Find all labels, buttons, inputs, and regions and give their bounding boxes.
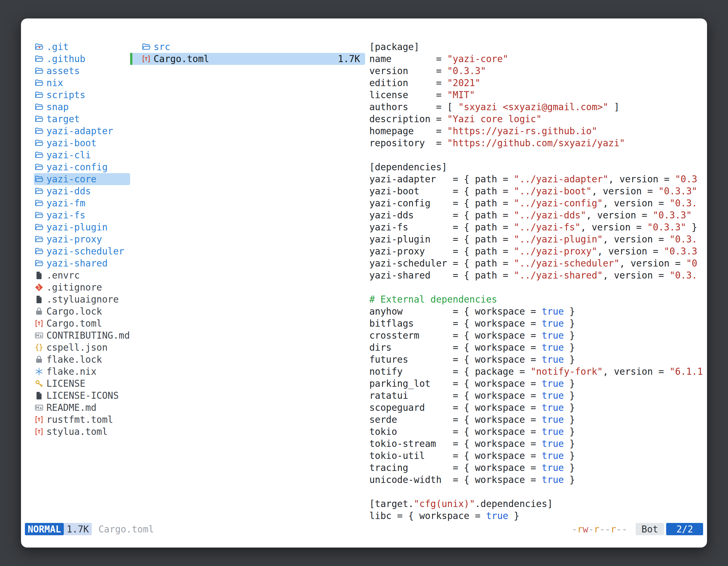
lock-icon [34, 307, 44, 316]
parent-item-yazi-core[interactable]: yazi-core [34, 173, 130, 185]
parent-item-LICENSE[interactable]: LICENSE [34, 377, 130, 389]
parent-item-cspell.json[interactable]: cspell.json [34, 341, 130, 353]
file-name: yazi-cli [46, 149, 91, 161]
parent-item-yazi-boot[interactable]: yazi-boot [34, 137, 130, 149]
toml-token: } [564, 474, 575, 485]
parent-item-assets[interactable]: assets [34, 65, 130, 77]
parent-item-flake.lock[interactable]: flake.lock [34, 353, 130, 365]
preview-line: tracing = { workspace = true } [369, 462, 703, 474]
toml-token: "../yazi-plugin" [514, 234, 603, 245]
file-name: stylua.toml [46, 426, 108, 438]
toml-token: } [564, 390, 575, 401]
parent-item-.github[interactable]: .github [34, 53, 130, 65]
parent-item-LICENSE-ICONS[interactable]: LICENSE-ICONS [34, 389, 130, 401]
parent-item-yazi-plugin[interactable]: yazi-plugin [34, 221, 130, 233]
toml-token: "MIT" [447, 90, 475, 100]
file-name: .gitignore [46, 281, 102, 293]
folder-icon [34, 211, 44, 220]
parent-item-snap[interactable]: snap [34, 101, 130, 113]
parent-item-.styluaignore[interactable]: .styluaignore [34, 293, 130, 305]
toml-token: "sxyazi <sxyazi@gmail.com>" [458, 102, 608, 112]
file-name: yazi-fm [46, 197, 85, 209]
permissions-text: -rw-r--r-- [572, 524, 627, 535]
preview-line: repository = "https://github.com/sxyazi/… [369, 137, 703, 149]
parent-item-README.md[interactable]: README.md [34, 401, 130, 414]
toml-token: name = [369, 53, 447, 64]
toml-token: } [564, 318, 575, 329]
toml-token: libc = { workspace = [369, 510, 486, 521]
parent-item-yazi-adapter[interactable]: yazi-adapter [34, 125, 130, 137]
parent-item-.git[interactable]: .git [34, 41, 130, 53]
toml-icon [34, 427, 44, 436]
toml-token: "../yazi-proxy" [514, 246, 597, 257]
parent-item-rustfmt.toml[interactable]: rustfmt.toml [34, 414, 130, 426]
toml-token: } [564, 402, 575, 413]
folder-icon [34, 187, 44, 196]
parent-item-yazi-config[interactable]: yazi-config [34, 161, 130, 173]
parent-item-yazi-proxy[interactable]: yazi-proxy [34, 233, 130, 245]
current-item-Cargo.toml[interactable]: Cargo.toml1.7K [130, 53, 365, 65]
parent-item-yazi-fs[interactable]: yazi-fs [34, 209, 130, 221]
file-name: yazi-plugin [46, 221, 108, 233]
parent-item-yazi-cli[interactable]: yazi-cli [34, 149, 130, 161]
preview-line: unicode-width = { workspace = true } [369, 474, 703, 486]
preview-line: yazi-dds = { path = "../yazi-dds", versi… [369, 209, 703, 221]
selection-marker [130, 53, 132, 65]
toml-token: , version = [581, 222, 647, 233]
preview-line: homepage = "https://yazi-rs.github.io" [369, 125, 703, 137]
parent-item-scripts[interactable]: scripts [34, 89, 130, 101]
parent-item-CONTRIBUTING.md[interactable]: CONTRIBUTING.md [34, 329, 130, 341]
toml-token: true [542, 462, 564, 473]
toml-token: tokio-util = { workspace = [369, 450, 542, 461]
parent-item-stylua.toml[interactable]: stylua.toml [34, 426, 130, 438]
parent-item-flake.nix[interactable]: flake.nix [34, 365, 130, 377]
preview-line: description = "Yazi core logic" [369, 113, 703, 125]
toml-token: , version = [592, 186, 658, 197]
preview-line: parking_lot = { workspace = true } [369, 377, 703, 389]
toml-token: scopeguard = { workspace = [369, 402, 542, 413]
current-item-src[interactable]: src [130, 41, 365, 53]
git-icon [34, 283, 44, 292]
perm-char: r [610, 524, 616, 535]
selection-marker [130, 41, 132, 53]
json-icon [34, 343, 44, 352]
status-filename: Cargo.toml [98, 524, 154, 535]
toml-token: true [486, 510, 508, 521]
parent-item-yazi-dds[interactable]: yazi-dds [34, 185, 130, 197]
parent-item-.gitignore[interactable]: .gitignore [34, 281, 130, 293]
toml-token: bitflags = { workspace = [369, 318, 542, 329]
file-name: yazi-dds [46, 185, 91, 197]
file-name: LICENSE-ICONS [46, 389, 119, 401]
preview-line: yazi-shared = { path = "../yazi-shared",… [369, 269, 703, 281]
file-icon [34, 391, 44, 400]
file-name: snap [46, 101, 69, 113]
folder-icon [34, 139, 44, 148]
parent-item-.envrc[interactable]: .envrc [34, 269, 130, 281]
toml-token: true [542, 426, 564, 437]
preview-pane: [package]name = "yazi-core"version = "0.… [369, 41, 703, 522]
folder-icon [34, 90, 44, 100]
parent-item-Cargo.toml[interactable]: Cargo.toml [34, 317, 130, 329]
preview-line [369, 486, 703, 498]
file-name: CONTRIBUTING.md [46, 329, 130, 341]
toml-token: tracing = { workspace = [369, 462, 542, 473]
toml-token: futures = { workspace = [369, 354, 542, 365]
toml-token: yazi-scheduler = { path = [369, 258, 514, 269]
file-icon [34, 295, 44, 304]
toml-token: anyhow = { workspace = [369, 306, 542, 317]
perm-char: - [605, 524, 610, 535]
perm-char: - [599, 524, 605, 535]
toml-token: , version = [586, 210, 653, 221]
parent-item-yazi-scheduler[interactable]: yazi-scheduler [34, 245, 130, 257]
parent-item-yazi-shared[interactable]: yazi-shared [34, 257, 130, 269]
toml-token: "https://github.com/sxyazi/yazi" [447, 138, 625, 149]
parent-item-nix[interactable]: nix [34, 77, 130, 89]
parent-item-Cargo.lock[interactable]: Cargo.lock [34, 305, 130, 317]
toml-token: "2021" [447, 78, 480, 88]
preview-line: edition = "2021" [369, 77, 703, 89]
parent-item-yazi-fm[interactable]: yazi-fm [34, 197, 130, 209]
folder-icon [34, 102, 44, 112]
parent-item-target[interactable]: target [34, 113, 130, 125]
folder-icon [34, 235, 44, 244]
markdown-icon [34, 403, 44, 412]
